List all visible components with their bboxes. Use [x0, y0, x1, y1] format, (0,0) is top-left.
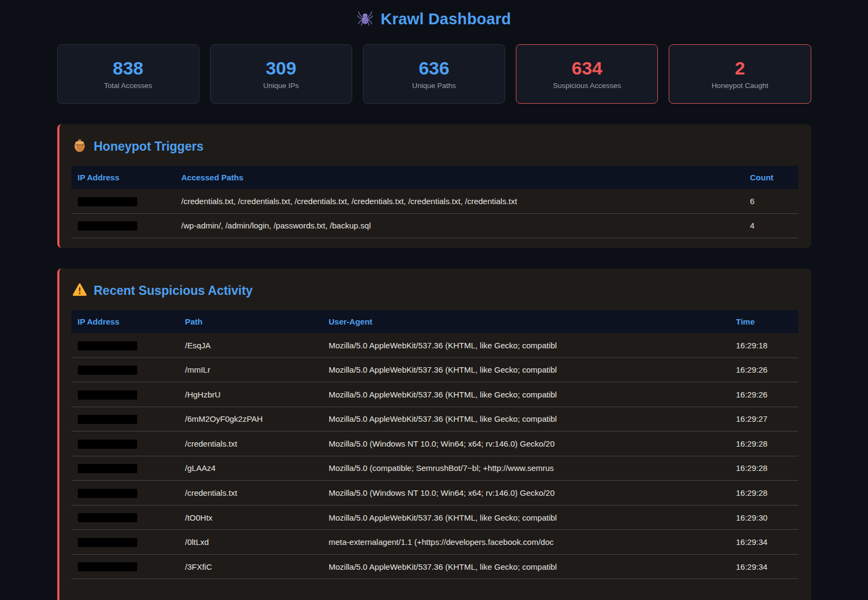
table-row: /tO0HtxMozilla/5.0 AppleWebKit/537.36 (K…: [71, 505, 798, 530]
user-agent-cell: meta-externalagent/1.1 (+https://develop…: [322, 530, 730, 555]
path-cell: /gLAAz4: [179, 456, 322, 481]
count-cell: 6: [744, 189, 798, 213]
time-cell: 16:29:27: [730, 407, 798, 432]
stat-value: 309: [266, 59, 297, 77]
ip-cell: [71, 554, 179, 579]
ip-cell: [71, 213, 175, 238]
honeypot-table-header-row: IP Address Accessed Paths Count: [71, 166, 798, 189]
honeypot-col-paths: Accessed Paths: [175, 166, 744, 189]
suspicious-section-title: Recent Suspicious Activity: [94, 284, 253, 298]
time-cell: 16:29:34: [730, 530, 798, 555]
time-cell: 16:29:26: [730, 358, 798, 382]
dashboard-container: Krawl Dashboard 838Total Accesses309Uniq…: [57, 0, 811, 600]
honeypot-panel: Honeypot Triggers IP Address Accessed Pa…: [57, 124, 811, 248]
user-agent-cell: Mozilla/5.0 (compatible; SemrushBot/7~bl…: [322, 456, 730, 481]
ip-cell: [71, 505, 179, 530]
user-agent-cell: Mozilla/5.0 AppleWebKit/537.36 (KHTML, l…: [322, 505, 730, 530]
stat-label: Total Accesses: [104, 82, 152, 90]
honeypot-section-title: Honeypot Triggers: [94, 139, 204, 154]
stat-value: 636: [419, 59, 449, 77]
table-row: /6mM2OyF0gk2zPAHMozilla/5.0 AppleWebKit/…: [71, 407, 798, 432]
table-row: /credentials.txtMozilla/5.0 (Windows NT …: [71, 481, 798, 505]
table-row: /credentials.txtMozilla/5.0 (Windows NT …: [71, 432, 798, 456]
stat-card-unique-paths: 636Unique Paths: [363, 44, 505, 104]
redacted-ip-bar: [78, 221, 137, 231]
redacted-ip-bar: [78, 366, 137, 375]
page-title: Krawl Dashboard: [381, 10, 512, 28]
time-cell: 16:29:18: [730, 333, 798, 358]
redacted-ip-bar: [78, 415, 137, 424]
user-agent-cell: Mozilla/5.0 AppleWebKit/537.36 (KHTML, l…: [322, 333, 730, 358]
suspicious-table-header-row: IP Address Path User-Agent Time: [71, 310, 798, 333]
suspicious-panel: Recent Suspicious Activity IP Address Pa…: [57, 268, 811, 600]
redacted-ip-bar: [78, 489, 137, 498]
stat-card-unique-ips: 309Unique IPs: [210, 44, 352, 104]
suspicious-table: IP Address Path User-Agent Time /EsqJAMo…: [71, 310, 798, 579]
page-header: Krawl Dashboard: [57, 0, 811, 31]
path-cell: /HgHzbrU: [179, 382, 322, 407]
table-row: /gLAAz4Mozilla/5.0 (compatible; SemrushB…: [71, 456, 798, 481]
count-cell: 4: [744, 213, 798, 238]
ip-cell: [71, 530, 179, 555]
stat-label: Unique Paths: [412, 82, 456, 90]
time-cell: 16:29:28: [730, 481, 798, 505]
table-row: /0ltLxdmeta-externalagent/1.1 (+https://…: [71, 530, 798, 555]
time-cell: 16:29:28: [730, 456, 798, 481]
stats-row: 838Total Accesses309Unique IPs636Unique …: [57, 44, 811, 104]
suspicious-col-path: Path: [179, 310, 322, 333]
path-cell: /mmILr: [179, 358, 322, 382]
redacted-ip-bar: [78, 341, 137, 350]
redacted-ip-bar: [78, 538, 137, 547]
stat-value: 838: [113, 59, 144, 77]
table-row: /3FXfiCMozilla/5.0 AppleWebKit/537.36 (K…: [71, 554, 798, 579]
user-agent-cell: Mozilla/5.0 AppleWebKit/537.36 (KHTML, l…: [322, 382, 730, 407]
user-agent-cell: Mozilla/5.0 AppleWebKit/537.36 (KHTML, l…: [322, 554, 730, 579]
user-agent-cell: Mozilla/5.0 (Windows NT 10.0; Win64; x64…: [322, 432, 730, 456]
redacted-ip-bar: [78, 562, 137, 571]
suspicious-panel-title: Recent Suspicious Activity: [72, 282, 798, 299]
path-cell: /0ltLxd: [179, 530, 322, 555]
time-cell: 16:29:28: [730, 432, 798, 456]
honeypot-col-count: Count: [744, 166, 798, 189]
honeypot-icon: [72, 138, 87, 155]
ip-cell: [71, 432, 179, 456]
user-agent-cell: Mozilla/5.0 (Windows NT 10.0; Win64; x64…: [322, 481, 730, 505]
path-cell: /tO0Htx: [179, 505, 322, 530]
user-agent-cell: Mozilla/5.0 AppleWebKit/537.36 (KHTML, l…: [322, 407, 730, 432]
time-cell: 16:29:26: [730, 382, 798, 407]
table-row: /EsqJAMozilla/5.0 AppleWebKit/537.36 (KH…: [71, 333, 798, 358]
honeypot-panel-title: Honeypot Triggers: [72, 138, 798, 155]
panel-bottom-spacer: [71, 579, 798, 594]
stat-card-total-accesses: 838Total Accesses: [57, 44, 199, 104]
table-row: /HgHzbrUMozilla/5.0 AppleWebKit/537.36 (…: [71, 382, 798, 407]
honeypot-col-ip: IP Address: [71, 166, 175, 189]
table-row: /credentials.txt, /credentials.txt, /cre…: [71, 189, 798, 213]
warning-icon: [72, 282, 87, 299]
stat-label: Unique IPs: [263, 82, 299, 90]
redacted-ip-bar: [78, 197, 137, 206]
suspicious-col-time: Time: [730, 310, 798, 333]
path-cell: /credentials.txt: [179, 432, 322, 456]
honeypot-table: IP Address Accessed Paths Count /credent…: [71, 166, 798, 238]
suspicious-col-ip: IP Address: [71, 310, 179, 333]
redacted-ip-bar: [78, 513, 137, 522]
accessed-paths-cell: /credentials.txt, /credentials.txt, /cre…: [175, 189, 744, 213]
redacted-ip-bar: [78, 464, 137, 473]
path-cell: /credentials.txt: [179, 481, 322, 505]
stat-value: 2: [735, 59, 745, 77]
stat-card-suspicious-accesses: 634Suspicious Accesses: [516, 44, 658, 104]
redacted-ip-bar: [78, 390, 137, 400]
time-cell: 16:29:30: [730, 505, 798, 530]
path-cell: /6mM2OyF0gk2zPAH: [179, 407, 322, 432]
stat-label: Suspicious Accesses: [553, 82, 621, 90]
path-cell: /EsqJA: [179, 333, 322, 358]
stat-value: 634: [571, 59, 602, 77]
ip-cell: [71, 333, 179, 358]
stat-card-honeypot-caught: 2Honeypot Caught: [669, 44, 811, 104]
suspicious-col-user-agent: User-Agent: [322, 310, 730, 333]
accessed-paths-cell: /wp-admin/, /admin/login, /passwords.txt…: [175, 213, 744, 238]
table-row: /mmILrMozilla/5.0 AppleWebKit/537.36 (KH…: [71, 358, 798, 382]
ip-cell: [71, 481, 179, 505]
time-cell: 16:29:34: [730, 554, 798, 579]
ip-cell: [71, 189, 175, 213]
